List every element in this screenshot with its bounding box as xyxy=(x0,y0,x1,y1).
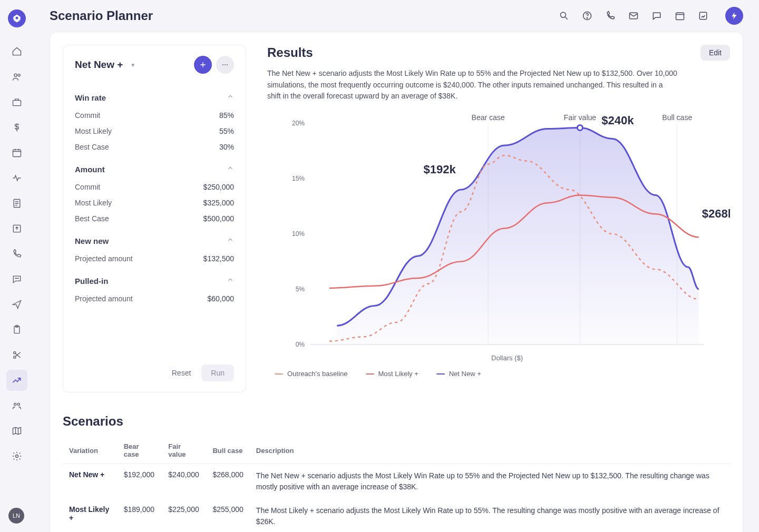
people-icon[interactable] xyxy=(6,66,27,87)
svg-point-19 xyxy=(587,18,587,18)
mail-icon[interactable] xyxy=(627,9,640,22)
results-title: Results xyxy=(267,45,313,60)
svg-rect-22 xyxy=(699,12,706,19)
chevron-up-icon xyxy=(227,276,234,285)
help-icon[interactable] xyxy=(581,9,593,22)
table-row[interactable]: Net New +$192,000$240,000$268,000The Net… xyxy=(63,464,730,499)
chevron-up-icon xyxy=(227,164,234,174)
section-amount[interactable]: Amount xyxy=(75,164,234,174)
settings-icon[interactable] xyxy=(6,446,27,467)
config-row: Most Likely$325,000 xyxy=(75,195,234,211)
bolt-button[interactable] xyxy=(725,7,743,25)
section-pulled-in[interactable]: Pulled-in xyxy=(75,276,234,285)
clipboard-icon[interactable] xyxy=(6,319,27,340)
pulse-icon[interactable] xyxy=(6,168,27,189)
svg-text:Dollars ($): Dollars ($) xyxy=(491,354,523,362)
config-row: Projected amount$132,500 xyxy=(75,251,234,267)
svg-point-39 xyxy=(577,125,582,130)
svg-point-14 xyxy=(14,403,16,405)
svg-point-12 xyxy=(14,352,16,354)
svg-text:$192k: $192k xyxy=(423,163,456,176)
svg-point-24 xyxy=(225,64,226,65)
topbar: Scenario Planner xyxy=(34,0,759,32)
svg-point-23 xyxy=(222,64,223,65)
table-row[interactable]: Most Likely +$189,000$225,000$255,000The… xyxy=(63,499,730,532)
config-row: Best Case$500,000 xyxy=(75,211,234,226)
svg-text:Bull case: Bull case xyxy=(662,113,692,122)
section-net-new[interactable]: New new xyxy=(75,236,234,245)
svg-text:20%: 20% xyxy=(292,120,305,127)
distribution-chart: 0%5%10%15%20%Bear caseFair valueBull cas… xyxy=(267,113,730,392)
config-row: Projected amount$60,000 xyxy=(75,291,234,307)
chevron-up-icon xyxy=(227,236,234,245)
svg-point-2 xyxy=(18,74,20,76)
svg-text:0%: 0% xyxy=(296,341,305,348)
run-button[interactable]: Run xyxy=(201,364,234,381)
chat-icon[interactable] xyxy=(6,269,27,290)
briefcase-icon[interactable] xyxy=(6,92,27,113)
send-icon[interactable] xyxy=(6,294,27,315)
config-row: Commit$250,000 xyxy=(75,179,234,195)
svg-text:15%: 15% xyxy=(292,175,305,182)
chart-legend: Outreach's baseline Most Likely + Net Ne… xyxy=(275,370,730,378)
edit-button[interactable]: Edit xyxy=(700,45,730,61)
scenarios-section: Scenarios Variation Bear case Fair value… xyxy=(50,403,743,532)
config-row: Commit85% xyxy=(75,107,234,123)
document-icon[interactable] xyxy=(6,193,27,214)
results-description: The Net New + scenario adjusts the Most … xyxy=(267,68,678,102)
svg-point-9 xyxy=(18,278,18,279)
phone-icon[interactable] xyxy=(6,243,27,264)
scissors-icon[interactable] xyxy=(6,344,27,366)
svg-point-1 xyxy=(14,74,17,76)
add-button[interactable] xyxy=(194,56,212,74)
dollar-icon[interactable] xyxy=(6,117,27,138)
svg-point-0 xyxy=(16,17,18,19)
svg-rect-3 xyxy=(13,101,21,106)
svg-text:10%: 10% xyxy=(292,230,305,238)
svg-point-17 xyxy=(560,12,566,17)
calendar-icon[interactable] xyxy=(6,142,27,163)
reset-button[interactable]: Reset xyxy=(172,369,191,377)
trending-icon[interactable] xyxy=(6,370,27,391)
search-icon[interactable] xyxy=(558,9,570,22)
scenarios-title: Scenarios xyxy=(63,414,730,429)
config-row: Best Case30% xyxy=(75,139,234,155)
chat-top-icon[interactable] xyxy=(650,9,663,22)
sidebar-left xyxy=(0,0,34,532)
avatar[interactable]: LN xyxy=(8,508,24,524)
app-logo[interactable] xyxy=(8,9,26,27)
chevron-up-icon xyxy=(227,93,234,102)
map-icon[interactable] xyxy=(6,420,27,441)
section-win-rate[interactable]: Win rate xyxy=(75,93,234,102)
svg-text:$240k: $240k xyxy=(601,114,634,127)
scenarios-table: Variation Bear case Fair value Bull case… xyxy=(63,437,730,532)
chevron-down-icon[interactable]: ▼ xyxy=(130,62,135,68)
scenario-name[interactable]: Net New + xyxy=(75,59,123,71)
svg-text:5%: 5% xyxy=(296,285,305,293)
phone-top-icon[interactable] xyxy=(604,9,617,22)
more-button[interactable] xyxy=(216,56,234,74)
svg-point-8 xyxy=(17,278,17,279)
config-row: Most Likely55% xyxy=(75,123,234,139)
svg-point-13 xyxy=(14,356,16,358)
svg-point-25 xyxy=(227,64,228,65)
svg-text:$268k: $268k xyxy=(702,207,730,220)
svg-point-16 xyxy=(16,455,18,458)
calendar-top-icon[interactable] xyxy=(674,9,686,22)
svg-text:Bear case: Bear case xyxy=(472,113,505,122)
svg-text:Fair value: Fair value xyxy=(564,113,597,122)
svg-rect-21 xyxy=(676,13,684,19)
home-icon[interactable] xyxy=(6,41,27,62)
upload-icon[interactable] xyxy=(6,218,27,239)
page-title: Scenario Planner xyxy=(50,8,153,23)
svg-rect-4 xyxy=(13,150,21,156)
box-icon[interactable] xyxy=(697,9,709,22)
group-icon[interactable] xyxy=(6,395,27,416)
svg-point-15 xyxy=(17,403,20,405)
svg-point-7 xyxy=(15,278,16,279)
